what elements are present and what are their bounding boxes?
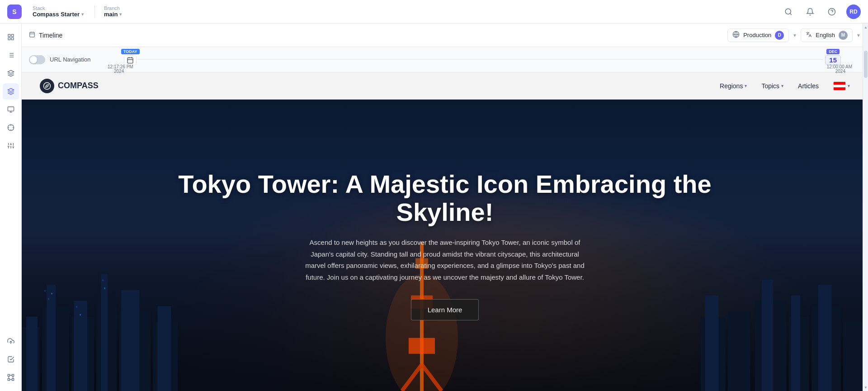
svg-rect-33	[12, 374, 14, 376]
svg-point-0	[785, 9, 791, 14]
language-label: English	[816, 32, 835, 38]
sidebar-icon-crosshair[interactable]	[3, 119, 19, 136]
compass-logo: COMPASS	[40, 79, 99, 93]
learn-more-button[interactable]: Learn More	[411, 299, 479, 320]
url-nav-bar: URL Navigation TODAY 12:17:26 PM 2024 DE…	[22, 47, 868, 72]
website-preview: COMPASS Regions ▾ Topics ▾ Articles	[22, 72, 868, 391]
flag-icon	[833, 81, 846, 91]
branch-chevron-icon: ▾	[119, 12, 122, 17]
main-content: COMPASS Regions ▾ Topics ▾ Articles	[22, 72, 868, 391]
toggle-knob	[30, 56, 37, 63]
dec-day: 15	[825, 55, 841, 65]
hero-background: COMPASS Regions ▾ Topics ▾ Articles	[22, 72, 868, 391]
svg-marker-13	[8, 88, 14, 91]
scrollbar-up-arrow[interactable]: ▲	[863, 24, 868, 31]
environment-chevron-icon[interactable]: ▾	[793, 31, 797, 39]
svg-rect-46	[127, 58, 133, 63]
svg-rect-5	[8, 38, 10, 40]
url-nav-toggle[interactable]	[29, 55, 45, 64]
nav-link-regions[interactable]: Regions ▾	[720, 82, 747, 90]
sidebar-icon-check[interactable]	[3, 351, 19, 367]
branch-name[interactable]: main ▾	[104, 11, 122, 18]
left-sidebar	[0, 24, 22, 391]
sidebar-icon-sliders[interactable]	[3, 138, 19, 154]
nav-link-topics[interactable]: Topics ▾	[761, 82, 783, 90]
svg-rect-40	[30, 32, 35, 37]
hero-subtitle: Ascend to new heights as you discover th…	[305, 237, 585, 283]
compass-navbar: COMPASS Regions ▾ Topics ▾ Articles	[22, 72, 868, 100]
top-bar-right: RD	[781, 5, 868, 19]
timeline-bar: Timeline Production D ▾ English M ▾	[22, 24, 868, 47]
sidebar-icon-list[interactable]	[3, 47, 19, 63]
svg-rect-4	[11, 34, 14, 37]
svg-rect-32	[8, 374, 9, 376]
language-badge: M	[839, 31, 848, 40]
sidebar-icon-connection[interactable]	[3, 369, 19, 386]
timeline-icon	[29, 31, 35, 39]
stack-info: Stack Compass Starter ▾	[33, 5, 84, 18]
user-avatar[interactable]: RD	[846, 5, 861, 19]
notifications-button[interactable]	[803, 5, 817, 19]
stack-chevron-icon: ▾	[81, 12, 84, 17]
branch-label: Branch	[104, 5, 122, 11]
environment-selector[interactable]: Production D	[727, 29, 789, 42]
nav-link-articles[interactable]: Articles	[798, 82, 819, 90]
scrollbar-thumb[interactable]	[864, 51, 868, 78]
sidebar-icon-layers[interactable]	[3, 83, 19, 100]
url-nav-label: URL Navigation	[50, 56, 91, 63]
flag-chevron-icon: ▾	[848, 83, 850, 88]
flag-selector[interactable]: ▾	[833, 81, 850, 91]
timeline-title-text: Timeline	[39, 32, 62, 39]
svg-rect-3	[8, 34, 10, 37]
today-year: 2024	[114, 69, 124, 74]
stack-label: Stack	[33, 5, 84, 11]
language-selector[interactable]: English M	[801, 29, 853, 42]
today-calendar-icon	[124, 55, 137, 65]
language-chevron-icon[interactable]: ▾	[856, 31, 861, 39]
environment-icon	[732, 31, 740, 39]
compass-logo-icon	[40, 79, 54, 93]
compass-nav-links: Regions ▾ Topics ▾ Articles ▾	[720, 81, 850, 91]
svg-rect-34	[8, 379, 9, 381]
dec-badge: DEC	[826, 49, 840, 54]
search-button[interactable]	[781, 5, 796, 19]
dec-year: 2024	[835, 69, 845, 74]
sidebar-icon-upload[interactable]	[3, 333, 19, 349]
timeline-title: Timeline	[29, 31, 62, 39]
hero-title: Tokyo Tower: A Majestic Icon Embracing t…	[157, 170, 732, 226]
today-badge: TODAY	[121, 49, 140, 54]
sidebar-icon-components[interactable]	[3, 65, 19, 81]
branch-info: Branch main ▾	[94, 5, 122, 18]
right-scrollbar: ▲ ▼	[863, 24, 868, 391]
regions-chevron-icon: ▾	[745, 83, 747, 88]
timeline-right: Production D ▾ English M ▾	[727, 29, 861, 42]
language-icon	[806, 31, 812, 39]
hero-content: Tokyo Tower: A Majestic Icon Embracing t…	[22, 100, 868, 391]
environment-badge: D	[775, 31, 784, 40]
svg-marker-51	[46, 84, 48, 87]
svg-rect-14	[8, 107, 14, 111]
help-button[interactable]	[825, 5, 839, 19]
sidebar-icon-frame[interactable]	[3, 101, 19, 118]
environment-label: Production	[743, 32, 771, 38]
svg-point-50	[44, 82, 51, 89]
svg-rect-35	[12, 379, 14, 381]
compass-logo-text: COMPASS	[58, 81, 99, 91]
top-bar: S Stack Compass Starter ▾ Branch main ▾ …	[0, 0, 868, 24]
svg-rect-6	[11, 38, 14, 40]
top-bar-left: S Stack Compass Starter ▾ Branch main ▾	[0, 5, 129, 19]
stack-name[interactable]: Compass Starter ▾	[33, 11, 84, 18]
timeline-line	[137, 59, 823, 60]
topics-chevron-icon: ▾	[781, 83, 783, 88]
sidebar-icon-grid[interactable]	[3, 29, 19, 45]
stack-logo-icon: S	[7, 5, 22, 19]
scrollbar-down-arrow[interactable]: ▼	[863, 384, 868, 391]
